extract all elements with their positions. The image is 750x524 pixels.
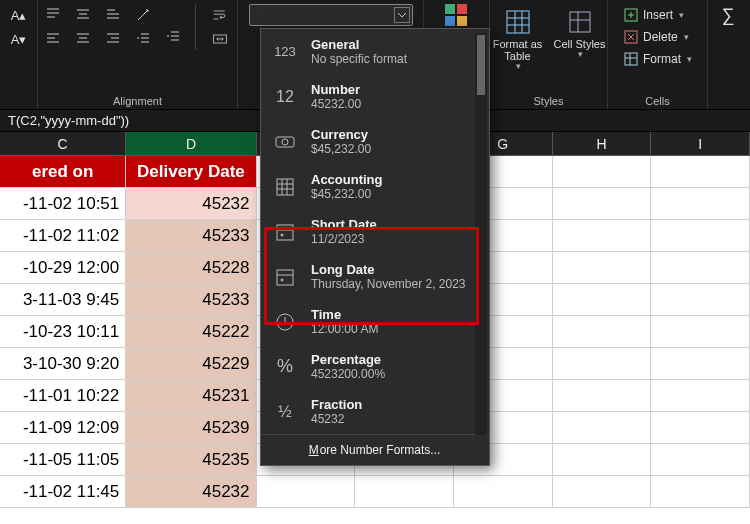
svg-rect-15 <box>277 270 293 285</box>
align-center-icon[interactable] <box>71 28 95 50</box>
cell-empty[interactable] <box>651 380 750 412</box>
format-as-table-button[interactable]: Format as Table▾ <box>490 4 546 72</box>
autosum-icon[interactable]: ∑ <box>716 4 740 26</box>
cell-empty[interactable] <box>651 252 750 284</box>
cell-empty[interactable] <box>553 380 652 412</box>
cell-entered-on[interactable]: -10-23 10:11 <box>0 316 126 348</box>
cell-empty[interactable] <box>553 252 652 284</box>
align-top-icon[interactable] <box>41 4 65 26</box>
cell-entered-on[interactable]: -11-02 11:45 <box>0 476 126 508</box>
cell-entered-on[interactable]: -11-01 10:22 <box>0 380 126 412</box>
more-number-formats[interactable]: More Number Formats... <box>261 434 489 465</box>
clock-icon <box>271 308 299 336</box>
cell-empty[interactable] <box>651 476 750 508</box>
½-icon: ½ <box>271 398 299 426</box>
cell-empty[interactable] <box>553 188 652 220</box>
chevron-down-icon[interactable] <box>394 7 410 23</box>
cell-delivery-date[interactable]: 45232 <box>126 476 256 508</box>
cell-empty[interactable] <box>651 188 750 220</box>
cell-empty[interactable] <box>355 476 454 508</box>
insert-button[interactable]: Insert▾ <box>619 4 696 26</box>
increase-indent-icon[interactable] <box>161 26 185 48</box>
cell-empty[interactable] <box>257 476 356 508</box>
acc-icon <box>271 173 299 201</box>
cell-styles-button[interactable]: Cell Styles▾ <box>552 4 608 60</box>
cell-empty[interactable] <box>651 284 750 316</box>
align-bottom-icon[interactable] <box>101 4 125 26</box>
svg-point-16 <box>281 279 283 281</box>
insert-label: Insert <box>643 8 673 22</box>
format-button[interactable]: Format▾ <box>619 48 696 70</box>
format-option-short-date[interactable]: Short Date11/2/2023 <box>261 209 489 254</box>
align-middle-icon[interactable] <box>71 4 95 26</box>
format-option-currency[interactable]: Currency$45,232.00 <box>261 119 489 164</box>
increase-font-icon[interactable]: A▴ <box>7 4 31 26</box>
cell-empty[interactable] <box>651 220 750 252</box>
cell-entered-on[interactable]: -11-02 11:02 <box>0 220 126 252</box>
cell-delivery-date[interactable]: 45233 <box>126 284 256 316</box>
cell-empty[interactable] <box>454 476 553 508</box>
cell-delivery-date[interactable]: 45233 <box>126 220 256 252</box>
align-left-icon[interactable] <box>41 28 65 50</box>
cell-entered-on[interactable]: 3-11-03 9:45 <box>0 284 126 316</box>
dropdown-scrollbar[interactable] <box>475 33 487 435</box>
col-header-d[interactable]: D <box>126 132 256 156</box>
cell-delivery-date[interactable]: 45229 <box>126 348 256 380</box>
cell-entered-on[interactable]: 3-10-30 9:20 <box>0 348 126 380</box>
cell-empty[interactable] <box>553 220 652 252</box>
svg-rect-6 <box>570 12 590 32</box>
cell-empty[interactable] <box>651 316 750 348</box>
cal-icon <box>271 263 299 291</box>
align-right-icon[interactable] <box>101 28 125 50</box>
format-option-sample: $45,232.00 <box>311 142 371 156</box>
merge-center-icon[interactable] <box>206 28 234 50</box>
cell-empty[interactable] <box>553 476 652 508</box>
format-option-long-date[interactable]: Long DateThursday, November 2, 2023 <box>261 254 489 299</box>
format-option-general[interactable]: 123GeneralNo specific format <box>261 29 489 74</box>
svg-point-14 <box>281 234 283 236</box>
cell-entered-on[interactable]: -11-09 12:09 <box>0 412 126 444</box>
cell-delivery-date[interactable]: 45239 <box>126 412 256 444</box>
cell-entered-on[interactable]: -10-29 12:00 <box>0 252 126 284</box>
cell-delivery-date[interactable]: 45232 <box>126 188 256 220</box>
col-header-c[interactable]: C <box>0 132 126 156</box>
orientation-icon[interactable] <box>131 4 155 26</box>
format-option-title: Percentage <box>311 352 385 367</box>
cell-entered-on[interactable]: -11-02 10:51 <box>0 188 126 220</box>
cell-empty[interactable] <box>553 348 652 380</box>
svg-rect-3 <box>445 16 455 26</box>
wrap-text-icon[interactable] <box>206 4 234 26</box>
cell-entered-on[interactable]: -11-05 11:05 <box>0 444 126 476</box>
cells-group-label: Cells <box>614 95 701 107</box>
decrease-indent-icon[interactable] <box>131 28 155 50</box>
delete-button[interactable]: Delete▾ <box>619 26 696 48</box>
svg-rect-13 <box>277 225 293 240</box>
format-option-percentage[interactable]: %Percentage4523200.00% <box>261 344 489 389</box>
cell-delivery-date[interactable]: 45231 <box>126 380 256 412</box>
cell-empty[interactable] <box>553 412 652 444</box>
cell-empty[interactable] <box>651 348 750 380</box>
font-adjust-group: A▴ A▾ <box>0 0 38 109</box>
cell-empty[interactable] <box>651 412 750 444</box>
cell-delivery-date[interactable]: 45235 <box>126 444 256 476</box>
cell-empty[interactable] <box>651 444 750 476</box>
col-header-h[interactable]: H <box>553 132 652 156</box>
cell-delivery-date[interactable]: 45228 <box>126 252 256 284</box>
delete-label: Delete <box>643 30 678 44</box>
number-format-combo[interactable] <box>249 4 413 26</box>
decrease-font-icon[interactable]: A▾ <box>7 28 31 50</box>
format-option-number[interactable]: 12Number45232.00 <box>261 74 489 119</box>
format-option-time[interactable]: Time12:00:00 AM <box>261 299 489 344</box>
col-header-i[interactable]: I <box>651 132 750 156</box>
format-option-accounting[interactable]: Accounting$45,232.00 <box>261 164 489 209</box>
cell-empty[interactable] <box>553 316 652 348</box>
format-option-sample: 45232 <box>311 412 362 426</box>
cur-icon <box>271 128 299 156</box>
header-entered-on[interactable]: ered on <box>0 156 126 188</box>
format-option-sample: 11/2/2023 <box>311 232 377 246</box>
cell-delivery-date[interactable]: 45222 <box>126 316 256 348</box>
cell-empty[interactable] <box>553 284 652 316</box>
header-delivery-date[interactable]: Delivery Date <box>126 156 256 188</box>
format-option-fraction[interactable]: ½Fraction45232 <box>261 389 489 434</box>
cell-empty[interactable] <box>553 444 652 476</box>
